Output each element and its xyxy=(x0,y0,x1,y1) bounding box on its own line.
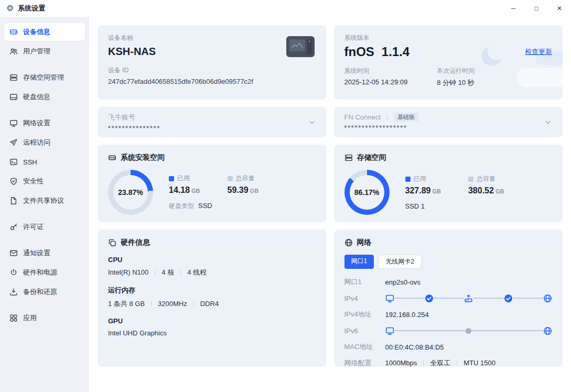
check-update-link[interactable]: 检查更新 xyxy=(525,47,552,57)
account-masked-value: *************** xyxy=(108,125,160,132)
storage-space-details: 已用 327.89GB 总容量 380.52GB SSD 1 xyxy=(405,175,504,210)
divider xyxy=(193,301,194,307)
sidebar-item-remote-access[interactable]: 远程访问 xyxy=(4,134,85,151)
feiniu-account-card[interactable]: 飞牛账号 *************** xyxy=(98,107,327,137)
connection-line xyxy=(434,298,464,299)
sidebar-item-license[interactable]: 许可证 xyxy=(4,218,85,236)
port-row: 网口1 enp2s0-ovs xyxy=(344,276,553,288)
system-version: fnOS1.1.4 xyxy=(344,45,410,59)
config-values: 1000Mbps全双工MTU 1500 xyxy=(385,358,495,367)
connection-line xyxy=(513,298,543,299)
sidebar-item-label: 通知设置 xyxy=(23,248,50,258)
ipv4-row: IPv4 xyxy=(344,292,553,304)
sidebar-item-security[interactable]: 安全性 xyxy=(4,172,85,190)
port-value: enp2s0-ovs xyxy=(385,278,421,286)
sidebar-item-network-settings[interactable]: 网络设置 xyxy=(4,114,85,132)
system-space-details: 已用 14.18GB 总容量 59.39GB 硬盘类型SSD xyxy=(169,174,258,211)
cpu-section: CPU Intel(R) N1004 核4 线程 xyxy=(108,256,316,277)
sidebar-item-storage-management[interactable]: 存储空间管理 xyxy=(4,69,85,86)
sidebar-item-file-sharing[interactable]: 文件共享协议 xyxy=(4,192,85,210)
apps-grid-icon xyxy=(9,314,18,322)
ram-speed: 3200MHz xyxy=(158,300,187,308)
used-unit: GB xyxy=(191,188,200,194)
system-version-card: 系统版本 fnOS1.1.4 检查更新 系统时间 2025-12-05 14:2… xyxy=(334,25,563,100)
divider xyxy=(387,114,387,121)
total-unit: GB xyxy=(495,188,504,194)
ipv4-connection-diagram xyxy=(385,294,553,303)
cpu-label: CPU xyxy=(108,256,316,264)
total-legend: 总容量 380.52GB xyxy=(468,175,504,195)
account-info: 飞牛账号 *************** xyxy=(108,113,160,132)
sidebar-item-notifications[interactable]: 通知设置 xyxy=(4,244,85,262)
connection-line xyxy=(394,298,425,299)
sidebar-item-hardware-power[interactable]: 硬件和电源 xyxy=(4,264,85,281)
key-icon xyxy=(9,223,18,231)
ram-label: 运行内存 xyxy=(108,286,316,295)
total-value: 380.52GB xyxy=(468,186,504,195)
mac-value: 00:E0:4C:08:B4:D5 xyxy=(385,343,444,351)
account-label: 飞牛账号 xyxy=(108,113,160,122)
minimize-icon: ─ xyxy=(511,5,516,12)
system-space-percent: 23.87% xyxy=(108,170,153,215)
maximize-icon: □ xyxy=(534,5,538,12)
storage-space-percent: 86.17% xyxy=(344,170,390,215)
ssd-note-row: SSD 1 xyxy=(405,202,504,210)
connection-line xyxy=(394,330,466,331)
link-speed: 1000Mbps xyxy=(385,359,417,367)
tab-wireless2[interactable]: 无线网卡2 xyxy=(378,255,422,269)
total-legend: 总容量 59.39GB xyxy=(228,174,259,195)
sidebar-item-label: 应用 xyxy=(23,313,37,323)
mtu: MTU 1500 xyxy=(464,359,495,367)
disk-type-row: 硬盘类型SSD xyxy=(169,202,258,211)
system-space-card: 系统安装空间 23.87% 已用 14.18GB xyxy=(98,145,327,222)
mail-icon xyxy=(9,249,18,257)
users-icon xyxy=(9,47,18,56)
sidebar-item-apps[interactable]: 应用 xyxy=(4,309,85,327)
sidebar-item-disk-info[interactable]: 硬盘信息 xyxy=(4,88,85,106)
window-title: 系统设置 xyxy=(18,4,45,13)
total-unit: GB xyxy=(250,188,259,194)
ipv4-address-value: 192.168.0.254 xyxy=(385,311,429,319)
sidebar-item-ssh[interactable]: SSH xyxy=(4,153,85,171)
total-value: 59.39GB xyxy=(228,186,259,195)
sidebar-item-user-management[interactable]: 用户管理 xyxy=(4,42,85,60)
sidebar-item-label: 安全性 xyxy=(23,177,44,186)
mac-row: MAC地址 00:E0:4C:08:B4:D5 xyxy=(344,341,553,353)
sidebar-item-backup-restore[interactable]: 备份和还原 xyxy=(4,283,85,301)
total-legend-swatch xyxy=(468,177,473,182)
maximize-button[interactable]: □ xyxy=(525,0,548,17)
storage-icon xyxy=(344,154,353,162)
ipv4-label: IPv4 xyxy=(344,295,385,302)
hardware-title: 硬件信息 xyxy=(121,238,150,247)
hardware-card: 硬件信息 CPU Intel(R) N1004 核4 线程 运行内存 1 条共 … xyxy=(98,230,327,367)
disk-type-label: 硬盘类型 xyxy=(169,202,194,210)
total-label: 总容量 xyxy=(236,174,255,183)
port-label: 网口1 xyxy=(344,277,385,287)
system-space-donut: 23.87% xyxy=(108,170,153,215)
connection-line xyxy=(471,330,543,331)
titlebar: ⚙ 系统设置 ─ □ ✕ xyxy=(0,0,571,17)
config-label: 网络配置 xyxy=(344,358,385,367)
disk-info-icon xyxy=(9,93,18,101)
chevron-down-icon[interactable] xyxy=(544,118,552,126)
sidebar-item-device-info[interactable]: 设备信息 xyxy=(4,23,85,41)
sidebar-item-label: 文件共享协议 xyxy=(23,196,64,205)
cpu-threads: 4 线程 xyxy=(187,268,207,276)
globe-icon xyxy=(344,238,353,247)
device-card: 设备名称 KSH-NAS 设备 ID 247dc77efadd40658515d… xyxy=(98,25,327,100)
close-button[interactable]: ✕ xyxy=(548,0,571,17)
computer-icon xyxy=(385,326,394,335)
system-time-block: 系统时间 2025-12-05 14:29:09 xyxy=(344,67,408,88)
internet-globe-icon xyxy=(543,326,552,335)
tab-port1[interactable]: 网口1 xyxy=(344,255,374,269)
total-legend-swatch xyxy=(228,176,233,181)
chevron-down-icon[interactable] xyxy=(308,118,316,126)
minimize-button[interactable]: ─ xyxy=(502,0,525,17)
ipv6-row: IPv6 xyxy=(344,325,553,336)
backup-icon xyxy=(9,288,18,296)
document-icon xyxy=(9,197,18,205)
fn-connect-card[interactable]: FN Connect 基础版 ****************** xyxy=(334,107,563,137)
os-name: fnOS xyxy=(344,45,374,59)
fn-connect-info: FN Connect 基础版 ****************** xyxy=(344,113,418,132)
used-label: 已用 xyxy=(414,175,426,183)
